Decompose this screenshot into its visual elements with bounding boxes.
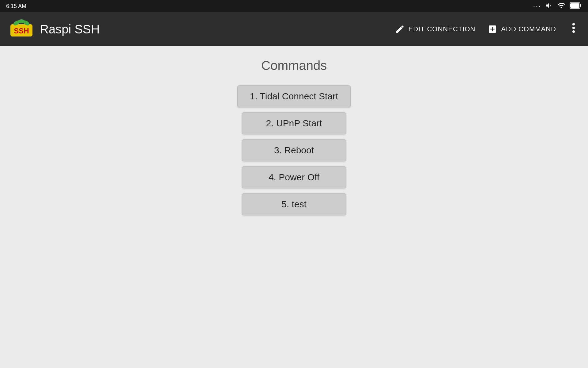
status-bar-right: ··· bbox=[533, 2, 582, 11]
pencil-icon bbox=[395, 24, 405, 34]
edit-connection-label: EDIT CONNECTION bbox=[409, 25, 476, 33]
svg-point-10 bbox=[572, 30, 575, 33]
battery-icon bbox=[570, 2, 582, 10]
status-bar: 6:15 AM ··· bbox=[0, 0, 588, 12]
add-command-button[interactable]: ADD COMMAND bbox=[488, 24, 556, 34]
main-content: Commands 1. Tidal Connect Start2. UPnP S… bbox=[0, 46, 588, 368]
svg-rect-1 bbox=[580, 4, 581, 7]
more-menu-button[interactable] bbox=[568, 22, 579, 37]
command-button-5[interactable]: 5. test bbox=[242, 193, 346, 215]
app-title: Raspi SSH bbox=[40, 22, 395, 36]
status-bar-left: 6:15 AM bbox=[6, 3, 26, 10]
app-logo: SSH bbox=[9, 17, 34, 41]
command-button-4[interactable]: 4. Power Off bbox=[242, 166, 346, 188]
plus-icon bbox=[488, 24, 497, 34]
commands-list: 1. Tidal Connect Start2. UPnP Start3. Re… bbox=[0, 85, 588, 215]
svg-text:SSH: SSH bbox=[14, 27, 29, 35]
section-title: Commands bbox=[261, 58, 327, 73]
app-bar-actions: EDIT CONNECTION ADD COMMAND bbox=[395, 22, 579, 37]
add-command-label: ADD COMMAND bbox=[501, 25, 556, 33]
app-bar: SSH Raspi SSH EDIT CONNECTION ADD COMMAN… bbox=[0, 12, 588, 46]
svg-rect-2 bbox=[570, 3, 579, 8]
wifi-icon bbox=[557, 2, 566, 11]
signal-dots-icon: ··· bbox=[533, 2, 541, 10]
command-button-2[interactable]: 2. UPnP Start bbox=[242, 112, 346, 134]
svg-point-8 bbox=[572, 23, 575, 25]
time-display: 6:15 AM bbox=[6, 3, 26, 10]
volume-icon bbox=[545, 2, 553, 11]
command-button-3[interactable]: 3. Reboot bbox=[242, 139, 346, 161]
edit-connection-button[interactable]: EDIT CONNECTION bbox=[395, 24, 476, 34]
svg-point-9 bbox=[572, 27, 575, 29]
command-button-1[interactable]: 1. Tidal Connect Start bbox=[237, 85, 351, 107]
